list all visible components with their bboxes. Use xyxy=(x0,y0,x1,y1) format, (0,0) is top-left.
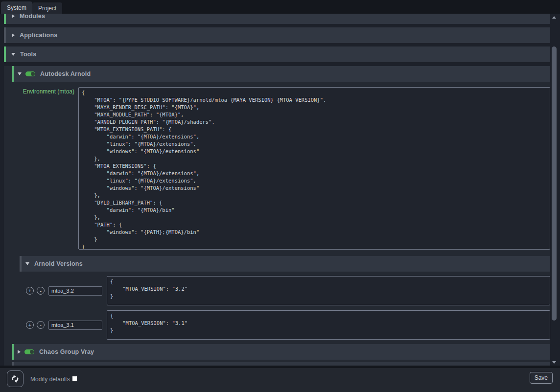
version-name-input[interactable] xyxy=(48,286,102,296)
arnold-enabled-toggle-icon[interactable] xyxy=(25,71,35,76)
version-name-input[interactable] xyxy=(48,321,102,330)
section-header-tools[interactable]: Tools xyxy=(4,46,550,62)
modify-defaults-checkbox[interactable] xyxy=(72,376,77,381)
modify-defaults-label: Modify defaults xyxy=(30,376,70,383)
tools-section-body: Autodesk Arnold Environment (mtoa) { "MT… xyxy=(4,66,550,366)
expanded-arrow-icon[interactable] xyxy=(11,53,15,56)
arrow-up-icon xyxy=(552,16,556,19)
vertical-scrollbar[interactable] xyxy=(551,14,557,366)
save-button[interactable]: Save xyxy=(530,372,553,384)
remove-version-button[interactable]: - xyxy=(37,321,45,329)
refresh-button[interactable] xyxy=(7,370,23,387)
scrollbar-thumb[interactable] xyxy=(552,46,557,321)
settings-scroll-area: Modules Applications Tools Autodesk Arno… xyxy=(0,14,560,366)
collapsed-arrow-icon[interactable] xyxy=(18,350,21,354)
arrow-down-icon xyxy=(552,361,556,364)
environment-label: Environment (mtoa) xyxy=(4,87,74,250)
tab-project-label: Project xyxy=(38,5,56,12)
version-json-editor[interactable]: { "MTOA_VERSION": "3.2" } xyxy=(107,276,550,305)
section-label-tools: Tools xyxy=(20,51,36,58)
section-label-arnold-versions: Arnold Versions xyxy=(34,260,83,267)
section-label-applications: Applications xyxy=(20,32,57,39)
environment-row: Environment (mtoa) { "MTOA": "{PYPE_STUD… xyxy=(4,87,550,250)
add-version-button[interactable]: + xyxy=(26,287,34,295)
add-version-button[interactable]: + xyxy=(26,321,34,329)
section-header-arnold-versions[interactable]: Arnold Versions xyxy=(20,256,550,272)
tab-project[interactable]: Project xyxy=(32,2,62,14)
spacer xyxy=(0,62,560,66)
tab-system-label: System xyxy=(7,4,26,11)
spacer xyxy=(0,43,560,46)
expanded-arrow-icon[interactable] xyxy=(18,72,22,75)
version-json-editor[interactable]: { "MTOA_VERSION": "3.1" } xyxy=(107,310,550,340)
footer-bar: Modify defaults Save xyxy=(0,368,560,392)
remove-version-button[interactable]: - xyxy=(37,287,45,295)
expanded-arrow-icon[interactable] xyxy=(25,262,29,265)
arnold-version-row: + - { "MTOA_VERSION": "3.1" } xyxy=(26,310,550,340)
collapsed-arrow-icon[interactable] xyxy=(12,33,15,37)
tab-system[interactable]: System xyxy=(1,1,32,14)
section-header-applications[interactable]: Applications xyxy=(4,27,550,43)
spacer xyxy=(0,24,560,27)
toggle-knob xyxy=(30,350,34,354)
scroll-up-button[interactable] xyxy=(551,14,557,21)
section-header-modules[interactable]: Modules xyxy=(4,14,550,24)
scroll-down-button[interactable] xyxy=(551,359,557,366)
section-label-autodesk-arnold: Autodesk Arnold xyxy=(40,70,91,77)
settings-tab-bar: System Project xyxy=(0,0,560,14)
collapsed-arrow-icon[interactable] xyxy=(12,14,15,18)
section-header-chaos-group-vray[interactable]: Chaos Group Vray xyxy=(12,344,550,360)
section-label-modules: Modules xyxy=(20,14,45,20)
environment-json-editor[interactable]: { "MTOA": "{PYPE_STUDIO_SOFTWARE}/arnold… xyxy=(78,87,550,250)
section-header-partial[interactable] xyxy=(12,362,550,366)
toggle-knob xyxy=(31,72,35,76)
arnold-version-row: + - { "MTOA_VERSION": "3.2" } xyxy=(26,276,550,305)
section-label-chaos-group-vray: Chaos Group Vray xyxy=(39,348,94,355)
settings-content: Modules Applications Tools Autodesk Arno… xyxy=(0,14,560,366)
section-header-autodesk-arnold[interactable]: Autodesk Arnold xyxy=(12,66,550,82)
refresh-icon xyxy=(11,374,20,383)
vray-enabled-toggle-icon[interactable] xyxy=(24,349,34,354)
